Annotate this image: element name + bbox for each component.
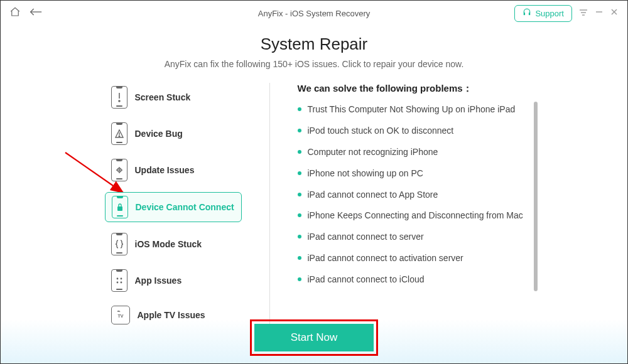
gear-icon [111, 159, 127, 181]
window-controls [578, 8, 619, 19]
svg-point-22 [120, 282, 122, 284]
problem-text: Computer not recognizing iPhone [308, 146, 438, 158]
back-icon[interactable] [30, 8, 42, 19]
bullet-icon [298, 107, 301, 111]
minimize-icon[interactable] [595, 8, 604, 19]
svg-rect-18 [117, 206, 122, 211]
problem-text: iPad cannot connect to server [308, 231, 424, 243]
bullet-icon [298, 235, 301, 238]
problem-text: iPod touch stuck on OK to disconnect [308, 125, 454, 137]
warning-icon [111, 122, 127, 145]
page-subtitle: AnyFix can fix the following 150+ iOS is… [1, 59, 627, 69]
problems-panel: We can solve the following problems： Tru… [298, 83, 524, 328]
problem-item: iPad cannot connect to App Store [298, 189, 524, 201]
problem-text: iPad cannot connect to App Store [308, 189, 438, 201]
problem-item: iPhone not showing up on PC [298, 168, 524, 179]
problem-text: iPad cannot connect to iCloud [308, 274, 425, 286]
svg-text:TV: TV [117, 314, 123, 318]
category-label: App Issues [135, 276, 182, 286]
scrollbar[interactable] [534, 102, 538, 291]
svg-point-9 [119, 100, 120, 102]
brace-icon [111, 233, 127, 255]
category-list: Screen Stuck Device Bug Update Issues De… [105, 83, 242, 328]
category-label: iOS Mode Stuck [135, 239, 202, 249]
category-device-bug[interactable]: Device Bug [105, 119, 242, 148]
exclaim-icon [111, 86, 127, 109]
problem-item: iPad cannot connect to iCloud [298, 274, 524, 286]
svg-point-19 [116, 278, 118, 280]
titlebar-left [9, 6, 42, 20]
category-ios-mode-stuck[interactable]: iOS Mode Stuck [105, 230, 242, 259]
problem-item: Trust This Computer Not Showing Up on iP… [298, 104, 524, 115]
bullet-icon [298, 129, 301, 132]
bullet-icon [298, 150, 301, 154]
main-content: Screen Stuck Device Bug Update Issues De… [1, 83, 627, 328]
bullet-icon [298, 171, 301, 175]
svg-point-12 [117, 168, 121, 172]
category-label: Screen Stuck [135, 92, 191, 102]
problem-text: iPhone Keeps Connecting and Disconnectin… [308, 210, 523, 222]
lock-icon [112, 196, 128, 218]
start-button-highlight: Start Now [250, 319, 379, 356]
problem-list: Trust This Computer Not Showing Up on iP… [298, 104, 524, 286]
svg-point-21 [116, 282, 118, 284]
category-update-issues[interactable]: Update Issues [105, 156, 242, 185]
close-icon[interactable] [610, 8, 619, 19]
svg-point-13 [119, 169, 120, 171]
svg-point-11 [119, 136, 120, 137]
support-label: Support [535, 9, 564, 18]
grid-icon [111, 269, 127, 292]
category-label: Device Bug [135, 129, 183, 139]
problem-item: iPod touch stuck on OK to disconnect [298, 125, 524, 137]
vertical-divider [269, 83, 270, 328]
bullet-icon [298, 256, 301, 260]
bullet-icon [298, 213, 301, 217]
svg-point-20 [120, 278, 122, 280]
headset-icon [522, 8, 531, 19]
app-window: AnyFix - iOS System Recovery Support [0, 0, 628, 364]
titlebar: AnyFix - iOS System Recovery Support [1, 1, 627, 26]
category-device-cannot-connect[interactable]: Device Cannot Connect [105, 192, 242, 222]
titlebar-right: Support [514, 5, 619, 22]
problem-text: Trust This Computer Not Showing Up on iP… [308, 104, 516, 115]
svg-point-24 [117, 311, 119, 312]
category-screen-stuck[interactable]: Screen Stuck [105, 83, 242, 112]
problem-item: iPad cannot connect to activation server [298, 252, 524, 264]
category-app-issues[interactable]: App Issues [105, 266, 242, 295]
category-label: Apple TV Issues [138, 310, 205, 320]
page-title: System Repair [1, 35, 627, 54]
problem-text: iPhone not showing up on PC [308, 168, 423, 179]
category-label: Update Issues [135, 165, 195, 175]
home-icon[interactable] [9, 6, 21, 20]
category-label: Device Cannot Connect [136, 202, 234, 212]
problem-item: iPhone Keeps Connecting and Disconnectin… [298, 210, 524, 222]
menu-icon[interactable] [578, 8, 588, 19]
problems-title: We can solve the following problems： [298, 83, 524, 95]
problem-item: Computer not recognizing iPhone [298, 146, 524, 158]
footer: Start Now [1, 319, 627, 356]
problem-item: iPad cannot connect to server [298, 231, 524, 243]
start-now-button[interactable]: Start Now [254, 324, 374, 351]
bullet-icon [298, 193, 301, 196]
bullet-icon [298, 277, 301, 281]
support-button[interactable]: Support [514, 5, 572, 22]
problem-text: iPad cannot connect to activation server [308, 252, 463, 264]
